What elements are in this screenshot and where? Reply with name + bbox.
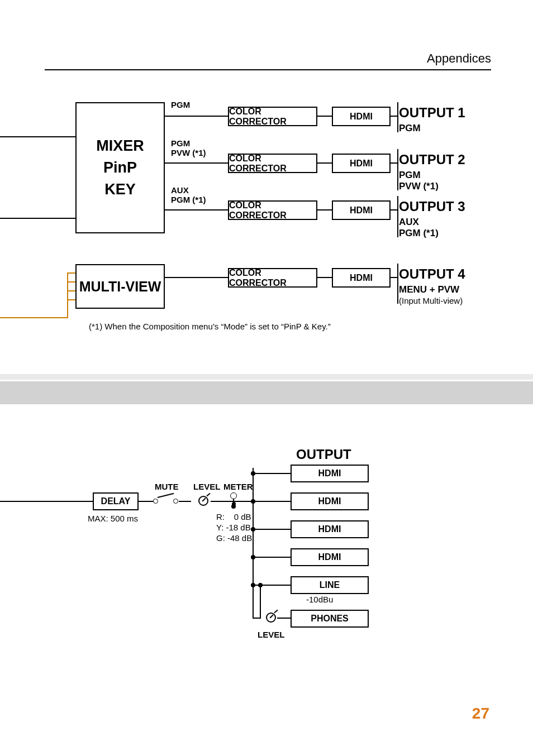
output4-sub-note: (Input Multi-view) (399, 296, 463, 305)
line (165, 209, 228, 210)
output-hdmi-3: HDMI (291, 520, 369, 538)
signal-label-pgm-pvw: PGM PVW (*1) (171, 139, 206, 157)
video-block-diagram: MIXER PinP KEY MULTI-VIEW PGM PGM PVW (*… (0, 95, 533, 335)
output-hdmi-4: HDMI (291, 548, 369, 566)
delay-max-label: MAX: 500 ms (88, 514, 138, 523)
line (391, 162, 397, 164)
line (253, 501, 291, 502)
output-heading: OUTPUT (296, 447, 351, 462)
meter-r-value: R: 0 dB (216, 512, 252, 523)
line (253, 618, 261, 619)
signal-label-pgm: PGM (171, 101, 190, 110)
line (391, 116, 397, 117)
output2-subtitle: PGM PVW (*1) (399, 170, 439, 192)
line-orange (67, 281, 75, 283)
output3-title: OUTPUT 3 (399, 199, 465, 214)
line (0, 218, 75, 219)
junction-dot (251, 583, 255, 587)
color-corrector-3: COLOR CORRECTOR (228, 200, 317, 220)
line-orange (67, 299, 75, 300)
meter-y-value: Y: -18 dB (216, 523, 252, 533)
audio-block-diagram: OUTPUT DELAY MAX: 500 ms MUTE LEVEL METE… (0, 447, 533, 659)
delay-block: DELAY (93, 492, 139, 510)
mixer-block: MIXER PinP KEY (75, 102, 165, 233)
line (253, 557, 291, 558)
line (317, 277, 332, 278)
line (260, 585, 261, 619)
line (391, 277, 397, 278)
line (277, 618, 291, 619)
mute-switch-arm (158, 493, 174, 498)
color-corrector-1: COLOR CORRECTOR (228, 107, 317, 126)
color-corrector-2: COLOR CORRECTOR (228, 154, 317, 173)
output1-title: OUTPUT 1 (399, 105, 465, 121)
meter-thresholds: R: 0 dB Y: -18 dB G: -48 dB (216, 512, 252, 543)
mixer-label-3: KEY (104, 181, 136, 198)
footnote-1: (*1) When the Composition menu’s “Mode” … (89, 322, 331, 331)
line (253, 529, 291, 530)
hdmi-block-3: HDMI (332, 200, 391, 220)
level-knob-icon (198, 496, 208, 506)
line-orange (67, 272, 68, 317)
output-hdmi-1: HDMI (291, 465, 369, 482)
output-phones: PHONES (291, 610, 369, 628)
line (165, 162, 228, 164)
hdmi-block-2: HDMI (332, 154, 391, 173)
junction-dot (251, 555, 255, 559)
junction-dot (251, 499, 255, 504)
junction-dot (251, 471, 255, 476)
meter-indicator-icon (230, 492, 237, 506)
output-bar (397, 264, 398, 304)
output-bar (397, 149, 398, 190)
output4-sub-bold: MENU + PVW (399, 284, 463, 295)
line (317, 162, 332, 164)
output1-subtitle: PGM (399, 123, 421, 134)
phones-level-label: LEVEL (258, 630, 284, 639)
meter-g-value: G: -48 dB (216, 533, 252, 544)
line-orange (0, 317, 68, 318)
switch-terminal-icon (173, 499, 178, 504)
switch-terminal-icon (153, 499, 158, 504)
section-divider (0, 380, 533, 404)
line (139, 501, 154, 502)
color-corrector-4: COLOR CORRECTOR (228, 268, 317, 288)
page-number: 27 (472, 705, 489, 722)
multiview-block: MULTI-VIEW (75, 264, 165, 309)
line (317, 209, 332, 210)
hdmi-block-4: HDMI (332, 268, 391, 288)
line (253, 473, 291, 474)
output4-subtitle: MENU + PVW (Input Multi-view) (399, 284, 463, 306)
level-label: LEVEL (193, 482, 220, 491)
phones-level-knob-icon (266, 613, 276, 623)
output4-title: OUTPUT 4 (399, 266, 465, 282)
line (165, 277, 228, 278)
output-line: LINE (291, 576, 369, 594)
line (391, 209, 397, 210)
line (179, 501, 191, 502)
line-orange (67, 272, 75, 274)
output-bar (397, 102, 398, 132)
hdmi-block-1: HDMI (332, 107, 391, 126)
output2-title: OUTPUT 2 (399, 152, 465, 168)
mixer-label-2: PinP (103, 159, 137, 176)
line (165, 116, 228, 117)
mixer-label-1: MIXER (96, 137, 144, 155)
line (0, 501, 93, 502)
mute-label: MUTE (155, 482, 179, 491)
line (317, 116, 332, 117)
section-divider-top (0, 374, 533, 380)
meter-label: METER (223, 482, 253, 491)
signal-label-aux-pgm: AUX PGM (*1) (171, 186, 206, 204)
line (0, 136, 75, 137)
junction-dot (258, 583, 263, 587)
page-header-section: Appendices (427, 51, 491, 66)
output-hdmi-2: HDMI (291, 492, 369, 510)
header-rule (45, 69, 491, 70)
line-orange (67, 290, 75, 291)
output-bar (397, 196, 398, 237)
output-line-sub: -10dBu (306, 595, 333, 604)
output3-subtitle: AUX PGM (*1) (399, 217, 439, 238)
